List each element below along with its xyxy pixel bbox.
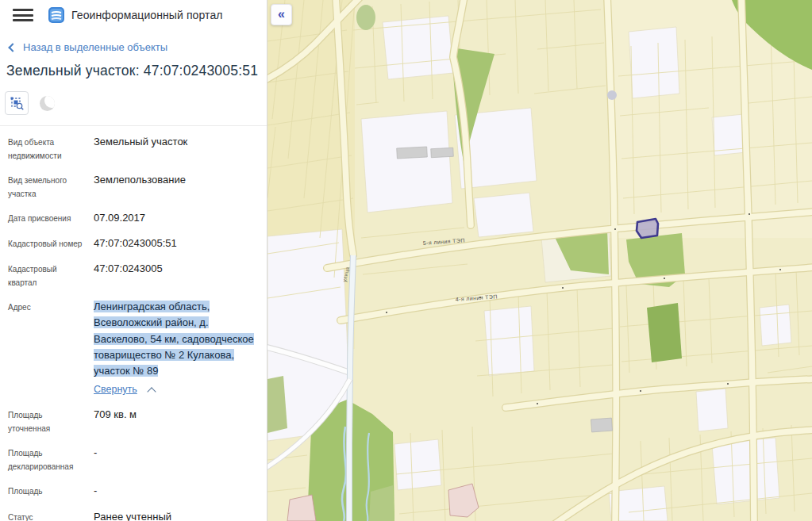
double-chevron-left-icon: « bbox=[278, 8, 285, 21]
field-value: 47:07:0243005:51 bbox=[94, 236, 260, 251]
chevron-left-icon bbox=[8, 43, 17, 52]
field-row-assignment-date: Дата присвоения 07.09.2017 bbox=[8, 205, 260, 231]
field-row-parcel-type: Вид земельного участка Землепользование bbox=[8, 167, 260, 205]
highlighted-parcel[interactable] bbox=[637, 219, 658, 238]
field-label: Вид объекта недвижимости bbox=[8, 134, 86, 163]
field-label: Кадастровый номер bbox=[8, 236, 86, 251]
field-row-cadastral-block: Кадастровый квартал 47:07:0243005 bbox=[8, 256, 260, 294]
collapse-address-link[interactable]: Свернуть bbox=[94, 382, 137, 397]
app-header: Геоинформационный портал bbox=[0, 0, 267, 30]
attributes-list: Вид объекта недвижимости Земельный участ… bbox=[0, 125, 267, 521]
field-row-address: Адрес Ленинградская область, Всеволожски… bbox=[8, 294, 260, 402]
back-link-label: Назад в выделенные объекты bbox=[23, 41, 167, 53]
field-value: - bbox=[94, 445, 260, 473]
map-canvas[interactable]: 5-я линия ТЭП 4-я линия ТЭП улица « bbox=[267, 0, 812, 521]
field-row-area: Площадь - bbox=[8, 478, 260, 504]
field-value: - bbox=[94, 483, 260, 499]
sidebar-collapse-button[interactable]: « bbox=[271, 4, 292, 25]
zoom-to-selection-icon bbox=[10, 97, 24, 110]
field-label: Дата присвоения bbox=[8, 210, 86, 226]
field-value: 47:07:0243005 bbox=[94, 261, 260, 289]
field-value: Ранее учтенный bbox=[94, 509, 260, 521]
zoom-to-object-button[interactable] bbox=[5, 91, 29, 115]
address-value-selected-text: Ленинградская область, Всеволожский райо… bbox=[94, 301, 254, 377]
cadastral-map: 5-я линия ТЭП 4-я линия ТЭП улица bbox=[267, 0, 812, 521]
object-details-sidebar: Геоинформационный портал Назад в выделен… bbox=[0, 0, 267, 521]
loading-spinner-icon bbox=[40, 96, 55, 111]
back-link[interactable]: Назад в выделенные объекты bbox=[10, 41, 267, 53]
field-row-cadastral-number: Кадастровый номер 47:07:0243005:51 bbox=[8, 231, 260, 256]
field-row-status: Статус Ранее учтенный bbox=[8, 504, 260, 521]
geo-portal-app: Геоинформационный портал Назад в выделен… bbox=[0, 0, 812, 521]
object-toolbar bbox=[5, 90, 267, 116]
field-label: Вид земельного участка bbox=[8, 172, 86, 201]
field-value: 07.09.2017 bbox=[94, 210, 260, 226]
field-value: Земельный участок bbox=[94, 134, 260, 163]
field-label: Кадастровый квартал bbox=[8, 261, 86, 289]
field-label: Статус bbox=[8, 509, 86, 521]
menu-icon[interactable] bbox=[13, 9, 33, 21]
green-patch bbox=[356, 5, 375, 30]
page-title: Земельный участок: 47:07:0243005:51 bbox=[6, 63, 260, 79]
field-value: 709 кв. м bbox=[94, 407, 260, 435]
field-row-object-type: Вид объекта недвижимости Земельный участ… bbox=[8, 129, 260, 167]
field-row-area-refined: Площадь уточненная 709 кв. м bbox=[8, 402, 260, 440]
field-label: Площадь декларированная bbox=[8, 445, 86, 473]
app-logo-icon bbox=[48, 6, 65, 24]
chevron-up-icon bbox=[147, 387, 156, 396]
app-title: Геоинформационный портал bbox=[71, 9, 223, 21]
field-label: Адрес bbox=[8, 299, 86, 397]
field-label: Площадь bbox=[8, 483, 86, 499]
field-label: Площадь уточненная bbox=[8, 407, 86, 435]
field-row-area-declared: Площадь декларированная - bbox=[8, 440, 260, 478]
field-value: Землепользование bbox=[94, 172, 260, 201]
green-parcel-dark bbox=[647, 303, 682, 362]
